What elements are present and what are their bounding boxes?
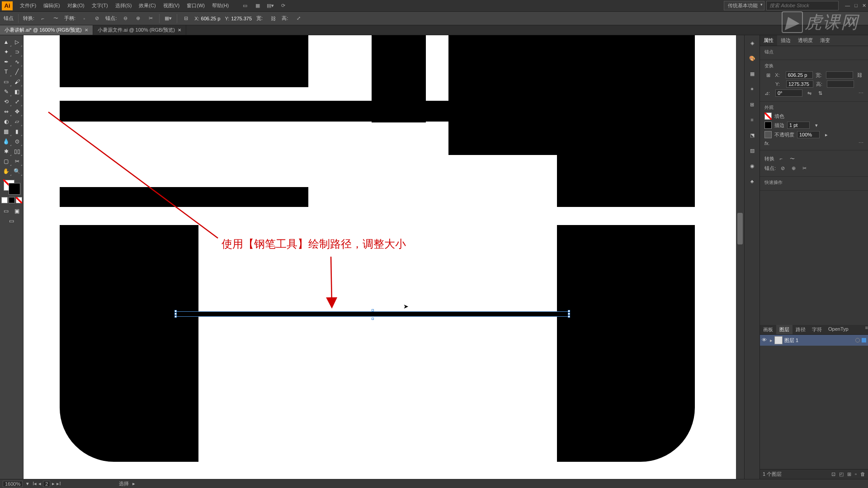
menu-help[interactable]: 帮助(H) [208, 0, 232, 11]
menu-object[interactable]: 对象(O) [64, 0, 88, 11]
workspace-switcher[interactable]: 传统基本功能 [724, 1, 764, 10]
eraser-tool[interactable]: ◧ [12, 87, 23, 97]
stroke-swatch[interactable] [9, 183, 20, 194]
magic-wand-tool[interactable]: ✦ [1, 47, 12, 57]
appearance-more-icon[interactable]: ⋯ [859, 140, 863, 146]
transform-more-icon[interactable]: ⋯ [859, 90, 863, 96]
link-wh-icon-prop[interactable]: ⛓ [856, 71, 863, 79]
prop-x-input[interactable] [786, 71, 813, 79]
stroke-width-input[interactable] [787, 122, 810, 129]
type-tool[interactable]: T [1, 67, 12, 77]
symbols-panel-icon[interactable]: ⊞ [748, 100, 756, 108]
screen-mode-normal[interactable]: ▭ [1, 206, 12, 216]
zoom-tool[interactable]: 🔍 [12, 166, 23, 176]
cut-anchor-prop-icon[interactable]: ✂ [800, 164, 808, 172]
canvas-viewport[interactable]: ➤ 使用【钢笔工具】绘制路径，调整大小 [24, 35, 744, 479]
free-transform-tool[interactable]: ✥ [12, 107, 23, 117]
stroke-panel-icon[interactable]: ≡ [748, 116, 756, 124]
brushes-panel-icon[interactable]: ✶ [748, 85, 756, 93]
prop-tab-gradient[interactable]: 渐变 [816, 35, 834, 46]
pen-tool[interactable]: ✒ [1, 57, 12, 67]
convert-smooth-prop-icon[interactable]: 〜 [788, 155, 796, 163]
first-artboard-icon[interactable]: I◂ [33, 481, 37, 487]
prop-h-input[interactable] [827, 80, 854, 88]
locate-object-icon[interactable]: ⊡ [831, 471, 835, 477]
perspective-tool[interactable]: ▱ [12, 117, 23, 127]
flip-h-icon[interactable]: ⇋ [805, 89, 813, 97]
search-stock-input[interactable]: 搜索 Adobe Stock [766, 1, 839, 10]
curvature-tool[interactable]: ∿ [12, 57, 23, 67]
graph-tool[interactable]: ▯▯ [12, 146, 23, 156]
ly-tab-char[interactable]: 字符 [809, 325, 825, 334]
gpu-icon[interactable]: ⟳ [279, 2, 287, 9]
transparency-panel-icon[interactable]: ▨ [748, 146, 756, 155]
new-sublayer-icon[interactable]: ⊞ [847, 471, 851, 477]
constrain-icon[interactable]: ⤢ [294, 14, 302, 23]
rectangle-tool[interactable]: ▭ [1, 77, 12, 87]
remove-anchor-prop-icon[interactable]: ⊘ [778, 164, 787, 172]
fx-label[interactable]: fx. [764, 141, 770, 146]
last-artboard-icon[interactable]: ▸I [57, 481, 61, 487]
menu-edit[interactable]: 编辑(E) [40, 0, 64, 11]
lasso-tool[interactable]: ⊃ [12, 47, 23, 57]
handles-show-icon[interactable]: ◦ [80, 14, 88, 23]
handles-hide-icon[interactable]: ⊘ [93, 14, 101, 23]
fill-stroke-swatch[interactable] [3, 179, 21, 195]
layer-name[interactable]: 图层 1 [784, 337, 854, 344]
prev-artboard-icon[interactable]: ◂ [38, 481, 41, 487]
layer-target-icon[interactable] [855, 338, 860, 343]
artboard-number[interactable]: 2 [43, 481, 50, 487]
canvas[interactable]: ➤ 使用【钢笔工具】绘制路径，调整大小 [24, 35, 736, 479]
slice-tool[interactable]: ✂ [12, 156, 23, 166]
ly-tab-artboards[interactable]: 画板 [760, 325, 776, 334]
shaper-tool[interactable]: ✎ [1, 87, 12, 97]
menu-select[interactable]: 选择(S) [112, 0, 136, 11]
color-guide-panel-icon[interactable]: 🎨 [748, 54, 756, 62]
convert-corner-prop-icon[interactable]: ⌐ [777, 155, 785, 163]
menu-window[interactable]: 窗口(W) [183, 0, 208, 11]
layer-row-1[interactable]: 👁 ▸ 图层 1 [760, 335, 868, 346]
convert-smooth-icon[interactable]: 〜 [52, 14, 60, 23]
prop-w-input[interactable] [826, 71, 853, 79]
graphic-styles-panel-icon[interactable]: ♣ [748, 177, 756, 185]
prop-angle-input[interactable] [775, 89, 802, 97]
chip-gradient[interactable] [9, 197, 15, 203]
paintbrush-tool[interactable]: 🖌 [12, 77, 23, 87]
menu-effect[interactable]: 效果(C) [135, 0, 159, 11]
link-wh-icon[interactable]: ⛓ [269, 14, 277, 23]
layer-visibility-icon[interactable]: 👁 [762, 337, 768, 343]
remove-anchor-icon[interactable]: ⊖ [121, 14, 129, 23]
appearance-panel-icon[interactable]: ◉ [748, 162, 756, 170]
maximize-button[interactable]: □ [854, 3, 858, 9]
line-tool[interactable]: ╱ [12, 67, 23, 77]
rotate-tool[interactable]: ⟲ [1, 97, 12, 107]
tab-2[interactable]: 小暑源文件.ai @ 100% (RGB/预览) ✕ [93, 25, 186, 35]
reference-point-icon[interactable]: ⊞ [764, 71, 772, 79]
close-button[interactable]: ✕ [862, 3, 866, 9]
hand-tool[interactable]: ✋ [1, 166, 12, 176]
ly-tab-paths[interactable]: 路径 [793, 325, 809, 334]
selection-tool[interactable]: ▲ [1, 37, 12, 47]
stroke-width-dropdown-icon[interactable]: ▾ [812, 121, 821, 129]
status-dropdown-icon[interactable]: ▸ [132, 481, 135, 487]
next-artboard-icon[interactable]: ▸ [52, 481, 55, 487]
swatches-panel-icon[interactable]: ▦ [748, 70, 756, 78]
fill-color-swatch[interactable] [764, 113, 772, 120]
ob-y-value[interactable]: 1275.375 [231, 16, 252, 21]
stroke-color-swatch[interactable] [764, 122, 772, 129]
eyedropper-tool[interactable]: 💧 [1, 136, 12, 146]
opacity-input[interactable] [797, 131, 820, 138]
menu-view[interactable]: 视图(V) [160, 0, 184, 11]
cut-path-icon[interactable]: ✂ [146, 14, 155, 23]
arrange-docs-icon[interactable]: ▤▾ [267, 2, 274, 9]
gradient-tool[interactable]: ▮ [12, 127, 23, 136]
isolate-icon[interactable]: ⊟ [182, 14, 190, 23]
width-tool[interactable]: ⇔ [1, 107, 12, 117]
prop-y-input[interactable] [786, 80, 813, 88]
mesh-tool[interactable]: ▦ [1, 127, 12, 136]
chip-none[interactable] [16, 197, 22, 203]
tab-1-close[interactable]: ✕ [85, 28, 88, 33]
tab-2-close[interactable]: ✕ [178, 28, 181, 33]
connect-anchor-prop-icon[interactable]: ⊕ [789, 164, 797, 172]
ly-tab-layers[interactable]: 图层 [776, 325, 793, 334]
